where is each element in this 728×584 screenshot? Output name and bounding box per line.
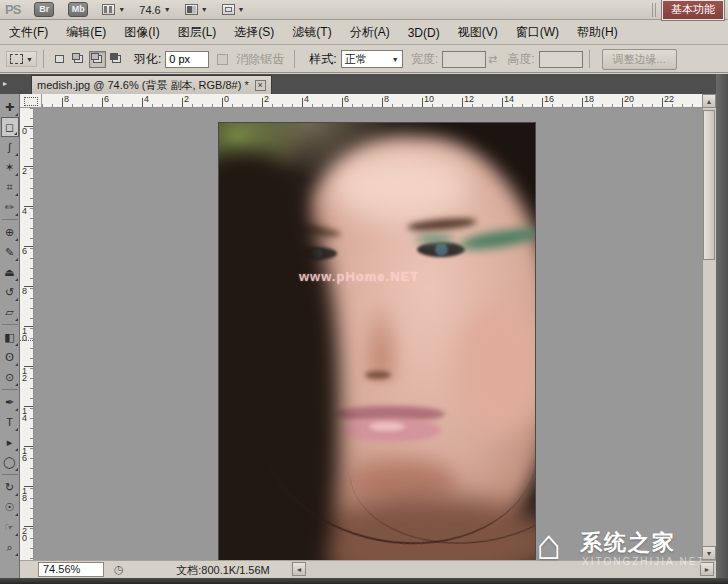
site-watermark: ⌂ 系统之家 XITONGZHIJIA.NET — [536, 524, 726, 576]
ruler-label: 1 4 — [22, 408, 27, 422]
document-size-info: 文档:800.1K/1.56M — [148, 563, 298, 578]
vertical-scrollbar-thumb[interactable] — [703, 110, 715, 260]
menu-bar: 文件(F)编辑(E)图像(I)图层(L)选择(S)滤镜(T)分析(A)3D(D)… — [0, 21, 728, 45]
zoom-tool[interactable]: ⌕ — [1, 537, 19, 557]
menu-3d[interactable]: 3D(D) — [399, 23, 449, 43]
healing-brush-tool[interactable]: ⊕ — [1, 222, 19, 242]
style-select[interactable]: 正常 ▼ — [341, 50, 403, 68]
ruler-label: 8 — [384, 94, 389, 104]
blur-tool[interactable]: ʘ — [1, 347, 19, 367]
dodge-tool[interactable]: ⊙ — [1, 367, 19, 387]
menu-help[interactable]: 帮助(H) — [568, 21, 627, 44]
ruler-tick — [142, 98, 143, 107]
scroll-left-icon[interactable]: ◄ — [292, 562, 306, 576]
panel-collapse-icon[interactable]: ▸ — [3, 79, 7, 88]
ruler-tick — [582, 98, 583, 107]
subtract-from-selection-button[interactable] — [89, 51, 106, 68]
subtract-from-selection-icon — [93, 55, 102, 63]
horizontal-ruler[interactable]: 86420246810121416182022 — [42, 94, 702, 108]
new-selection-button[interactable] — [51, 51, 68, 68]
orbit-3d-tool-icon: ☉ — [5, 502, 15, 513]
antialias-checkbox[interactable] — [217, 54, 228, 65]
screen-mode-icon — [222, 4, 235, 15]
menu-view[interactable]: 视图(V) — [449, 21, 507, 44]
pen-tool[interactable]: ✒ — [1, 392, 19, 412]
feather-input[interactable] — [165, 51, 209, 68]
move-tool-icon: ✚ — [5, 102, 14, 113]
orbit-3d-tool[interactable]: ☉ — [1, 497, 19, 517]
marquee-tool-icon — [10, 54, 23, 64]
height-input[interactable] — [539, 51, 583, 68]
shape-tool-icon: ◯ — [3, 457, 15, 468]
launch-minibridge-button[interactable]: Mb — [68, 2, 88, 17]
menu-filter[interactable]: 滤镜(T) — [283, 21, 340, 44]
ruler-tick — [502, 98, 503, 107]
zoom-level-dropdown[interactable]: 74.6 ▼ — [139, 4, 170, 16]
crop-tool[interactable]: ⌗ — [1, 177, 19, 197]
tool-preset-picker[interactable]: ▼ — [6, 51, 37, 67]
close-icon[interactable]: × — [255, 80, 266, 91]
ruler-label: 0 — [224, 94, 229, 104]
options-separator — [294, 50, 295, 68]
workspace-basic-button[interactable]: 基本功能 — [662, 0, 724, 20]
lasso-tool[interactable]: ʃ — [1, 137, 19, 157]
ruler-tick — [182, 98, 183, 107]
clone-stamp-tool[interactable]: ⏏ — [1, 262, 19, 282]
type-tool[interactable]: T — [1, 412, 19, 432]
ruler-label: 10 — [424, 94, 434, 104]
photo-right-iris — [435, 243, 448, 256]
menu-select[interactable]: 选择(S) — [225, 21, 283, 44]
arrange-documents-dropdown[interactable]: ▼ — [185, 4, 208, 15]
path-select-tool[interactable]: ▸ — [1, 432, 19, 452]
document-tab[interactable]: medish.jpg @ 74.6% (背景 副本, RGB/8#) * × — [31, 75, 272, 94]
type-tool-icon: T — [6, 417, 13, 428]
ruler-origin-box[interactable] — [20, 94, 42, 108]
ruler-label: 18 — [584, 94, 594, 104]
width-input[interactable] — [442, 51, 486, 68]
magic-wand-tool[interactable]: ✶ — [1, 157, 19, 177]
menu-layer[interactable]: 图层(L) — [169, 21, 226, 44]
brush-tool[interactable]: ✎ — [1, 242, 19, 262]
swap-dimensions-icon[interactable]: ⇄ — [488, 53, 497, 66]
gradient-tool[interactable]: ◧ — [1, 327, 19, 347]
ruler-label: 4 — [22, 208, 27, 215]
eyedropper-tool[interactable]: ✏ — [1, 197, 19, 217]
ruler-label: 12 — [464, 94, 474, 104]
move-tool[interactable]: ✚ — [1, 97, 19, 117]
shape-tool[interactable]: ◯ — [1, 452, 19, 472]
history-brush-tool[interactable]: ↺ — [1, 282, 19, 302]
ruler-label: 6 — [22, 248, 27, 255]
status-zoom-input[interactable]: 74.56% — [38, 562, 104, 577]
menu-analysis[interactable]: 分析(A) — [341, 21, 399, 44]
view-extras-dropdown[interactable]: ▼ — [102, 4, 125, 15]
screen-mode-dropdown[interactable]: ▼ — [222, 4, 245, 15]
brush-tool-icon: ✎ — [5, 247, 14, 258]
rect-marquee-tool[interactable]: ◻ — [1, 117, 19, 137]
add-to-selection-button[interactable] — [70, 51, 87, 68]
ruler-label: 2 — [184, 94, 189, 104]
toolbox-separator — [2, 219, 18, 220]
launch-bridge-button[interactable]: Br — [34, 2, 54, 17]
ruler-tick — [62, 98, 63, 107]
ruler-tick — [342, 98, 343, 107]
rotate-3d-tool[interactable]: ↻ — [1, 477, 19, 497]
toolbox: ✚◻ʃ✶⌗✏⊕✎⏏↺▱◧ʘ⊙✒T▸◯↻☉☞⌕ — [0, 94, 20, 578]
canvas-area[interactable]: www.pHome.NET — [34, 108, 702, 560]
menu-window[interactable]: 窗口(W) — [507, 21, 568, 44]
eraser-tool[interactable]: ▱ — [1, 302, 19, 322]
scroll-up-icon[interactable]: ▲ — [702, 94, 716, 108]
chevron-down-icon: ▼ — [164, 6, 171, 13]
width-label: 宽度: — [411, 51, 438, 68]
menu-image[interactable]: 图像(I) — [115, 21, 168, 44]
rect-marquee-tool-icon: ◻ — [5, 122, 14, 133]
document-tab-strip: ▸ medish.jpg @ 74.6% (背景 副本, RGB/8#) * × — [0, 74, 728, 94]
document-image[interactable]: www.pHome.NET — [218, 122, 536, 560]
tool-options-bar: ▼ 羽化: 消除锯齿 样式: 正常 ▼ 宽度: ⇄ 高度: 调整边缘... — [0, 46, 728, 73]
toolbox-separator — [2, 389, 18, 390]
menu-edit[interactable]: 编辑(E) — [57, 21, 115, 44]
intersect-selection-button[interactable] — [108, 51, 125, 68]
hand-tool[interactable]: ☞ — [1, 517, 19, 537]
menu-file[interactable]: 文件(F) — [0, 21, 57, 44]
refine-edge-button[interactable]: 调整边缘... — [602, 49, 677, 70]
vertical-ruler[interactable]: 024681 01 21 41 61 82 02 2 — [20, 108, 34, 560]
